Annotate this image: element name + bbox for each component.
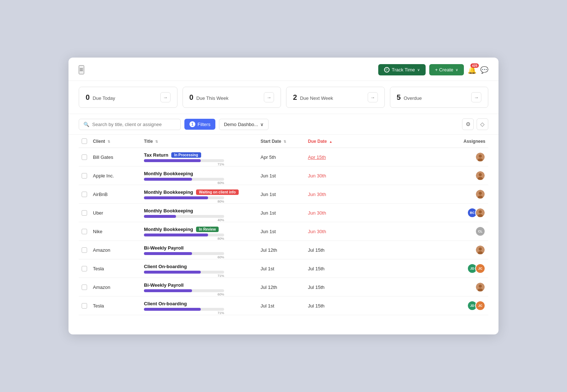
due-date: Jun 30th <box>308 192 326 197</box>
summary-arrow-button[interactable]: → <box>368 92 378 102</box>
progress-label: 60% <box>218 255 224 259</box>
assignees-cell: JDJC <box>355 263 485 274</box>
assignees-cell: JDJC <box>355 301 485 311</box>
progress-bar <box>144 159 224 162</box>
start-date-cell: Jul 12th <box>258 241 305 259</box>
col-header-title[interactable]: Title ⇅ <box>141 135 258 148</box>
notification-button[interactable]: 🔔 425 <box>468 66 477 74</box>
col-header-start-date[interactable]: Start Date ⇅ <box>258 135 305 148</box>
row-checkbox[interactable] <box>82 154 87 160</box>
due-date: Jul 15th <box>308 247 325 253</box>
create-chevron-icon: ∨ <box>455 68 458 72</box>
summary-card-content: 2 Due Next Week <box>293 93 333 102</box>
start-date: Jul 12th <box>261 247 277 253</box>
comment-button[interactable]: 💬 <box>480 66 488 74</box>
client-name: Uber <box>93 210 103 216</box>
create-button[interactable]: + Create ∨ <box>429 64 464 75</box>
start-date-cell: Jul 12th <box>258 278 305 297</box>
client-cell: Nike <box>90 222 141 241</box>
row-checkbox-cell <box>79 166 90 185</box>
svg-point-1 <box>479 154 482 158</box>
task-title: Monthly Bookkeeping Waiting on client in… <box>144 189 255 195</box>
filter-button[interactable]: 1 Filters <box>184 119 215 130</box>
due-date-cell: Jun 30th <box>305 166 352 185</box>
select-all-checkbox[interactable] <box>82 138 87 144</box>
due-date: Jul 15th <box>308 285 325 290</box>
summary-card-3[interactable]: 5 Overdue → <box>390 87 489 108</box>
due-date-cell: Jul 15th <box>305 297 352 315</box>
due-date-cell: Jul 15th <box>305 259 352 278</box>
table-row: Amazon Bi-Weekly Payroll 60% Jul 12th Ju <box>79 278 488 297</box>
row-checkbox-cell <box>79 241 90 259</box>
summary-card-2[interactable]: 2 Due Next Week → <box>286 87 385 108</box>
track-time-button[interactable]: ⏱ Track Time ∨ <box>378 64 426 75</box>
progress-bar-fill <box>144 159 201 162</box>
start-date-cell: Jun 1st <box>258 185 305 204</box>
track-time-chevron-icon: ∨ <box>417 68 420 72</box>
row-checkbox[interactable] <box>82 192 87 197</box>
row-checkbox-cell <box>79 297 90 315</box>
avatar-initials: JC <box>475 263 485 274</box>
row-checkbox[interactable] <box>82 285 87 290</box>
client-name: Amazon <box>93 247 110 253</box>
progress-bar <box>144 289 224 292</box>
progress-bar-fill <box>144 178 192 181</box>
summary-label: Due Next Week <box>300 95 333 101</box>
hamburger-menu[interactable]: ≡ <box>79 65 84 74</box>
client-sort-icon: ⇅ <box>107 140 110 144</box>
summary-cards-row: 0 Due Today → 0 Due This Week → 2 Due Ne… <box>69 81 498 114</box>
row-checkbox[interactable] <box>82 247 87 253</box>
table-header-row: Client ⇅ Title ⇅ Start Date ⇅ Due Date ▲ <box>79 135 488 148</box>
task-title: Bi-Weekly Payroll <box>144 245 255 251</box>
svg-point-16 <box>479 285 482 288</box>
settings-icon-button[interactable]: ⚙ <box>462 118 474 130</box>
assignees-col: JDJC <box>352 259 488 278</box>
title-cell: Client On-boarding 71% <box>141 297 258 315</box>
client-cell: Amazon <box>90 278 141 297</box>
assignees-cell <box>355 245 485 255</box>
row-checkbox[interactable] <box>82 266 87 271</box>
summary-arrow-button[interactable]: → <box>471 92 481 102</box>
row-checkbox[interactable] <box>82 303 87 309</box>
bookmark-icon-button[interactable]: ◇ <box>477 118 488 130</box>
assignees-col <box>352 166 488 185</box>
dashboard-select[interactable]: Demo Dashbo... ∨ <box>219 119 269 130</box>
assignees-cell <box>355 189 485 199</box>
summary-arrow-button[interactable]: → <box>264 92 274 102</box>
summary-card-1[interactable]: 0 Due This Week → <box>183 87 281 108</box>
due-date: Jun 30th <box>308 229 326 234</box>
summary-card-content: 0 Due Today <box>86 93 115 102</box>
progress-label: 80% <box>218 237 224 240</box>
start-date-cell: Jun 1st <box>258 166 305 185</box>
assignees-cell <box>355 282 485 292</box>
progress-bar-fill <box>144 289 192 292</box>
assignees-cell <box>355 170 485 181</box>
start-date: Apr 5th <box>261 154 276 160</box>
row-checkbox[interactable] <box>82 210 87 216</box>
summary-card-0[interactable]: 0 Due Today → <box>79 87 177 108</box>
progress-bar <box>144 196 224 199</box>
search-input[interactable] <box>92 122 176 127</box>
progress-bar-fill <box>144 234 208 236</box>
due-date-sort-icon: ▲ <box>329 140 332 144</box>
table-row: Apple Inc. Monthly Bookkeeping 60% Jun 1… <box>79 166 488 185</box>
col-header-due-date[interactable]: Due Date ▲ <box>305 135 352 148</box>
start-date: Jun 1st <box>261 229 276 234</box>
task-title: Monthly Bookkeeping <box>144 171 255 176</box>
progress-bar <box>144 234 224 236</box>
row-checkbox[interactable] <box>82 173 87 179</box>
status-badge: In Review <box>196 227 219 232</box>
row-checkbox[interactable] <box>82 229 87 234</box>
comment-icon: 💬 <box>480 66 488 74</box>
summary-label: Due Today <box>93 95 115 101</box>
status-badge: In Processing <box>171 152 201 158</box>
summary-label: Overdue <box>404 95 422 101</box>
client-name: Tesla <box>93 303 104 309</box>
start-date: Jul 1st <box>261 266 274 271</box>
table-row: Amazon Bi-Weekly Payroll 60% Jul 12th Ju <box>79 241 488 259</box>
summary-arrow-button[interactable]: → <box>160 92 171 102</box>
col-header-client[interactable]: Client ⇅ <box>90 135 141 148</box>
filter-row: 🔍 1 Filters Demo Dashbo... ∨ ⚙ ◇ <box>69 114 498 135</box>
progress-bar <box>144 271 224 274</box>
client-cell: Bill Gates <box>90 148 141 166</box>
